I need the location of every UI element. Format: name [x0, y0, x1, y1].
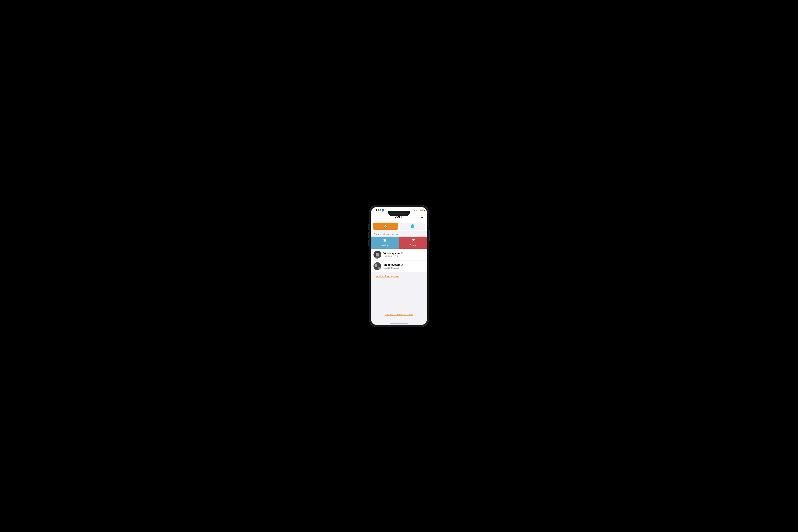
add-plus-icon: +: [374, 275, 375, 278]
tab-remote[interactable]: 🌐: [400, 223, 425, 230]
time-display: 11:02: [374, 209, 381, 212]
phone-screen: 11:02 ✓ ▲▲▲ Log in ⚙ 🏠 🌐: [370, 207, 428, 325]
demo-server-link[interactable]: Connect to the demo server: [385, 313, 413, 316]
tab-local[interactable]: 🏠: [373, 223, 398, 230]
status-icons: ▲▲▲: [413, 209, 424, 211]
front-camera: [393, 213, 395, 214]
earpiece: [397, 213, 405, 214]
gear-icon: ⚙: [420, 214, 424, 219]
add-video-system-button[interactable]: + Add a video system: [370, 272, 428, 280]
home-bar: [390, 323, 408, 324]
modify-label: Modify: [381, 244, 388, 247]
system-info-vs3: Video system 3 192.168.100.60: [383, 263, 424, 269]
tab-bar: 🏠 🌐: [370, 221, 428, 231]
settings-button[interactable]: ⚙: [420, 214, 424, 219]
battery-icon: [420, 209, 424, 211]
system-info-vs2: Video system 2 192.168.100.112: [383, 252, 424, 258]
system-ip-vs2: 192.168.100.112: [383, 255, 424, 258]
status-time-area: 11:02 ✓: [374, 209, 384, 212]
delete-icon: [412, 239, 415, 243]
system-item-vs2[interactable]: Video system 2 192.168.100.112: [370, 249, 428, 261]
home-tab-icon: 🏠: [384, 224, 387, 228]
delete-label: Delete: [410, 244, 417, 247]
battery-fill: [420, 210, 423, 211]
tick-badge: ✓: [382, 209, 384, 212]
wifi-icon: ▲▲▲: [413, 209, 419, 211]
system-name-vs3: Video system 3: [383, 263, 424, 266]
video-systems-list: Video system 2 192.168.100.112 Video sys…: [370, 249, 428, 272]
globe-tab-icon: 🌐: [411, 224, 414, 228]
system-avatar-vs2: [374, 251, 381, 259]
system-name-vs2: Video system 2: [383, 252, 424, 255]
notch: [388, 211, 410, 216]
system-avatar-vs3: [374, 262, 381, 270]
system-ip-vs3: 192.168.100.60: [383, 267, 424, 269]
add-system-label: Add a video system: [376, 275, 399, 278]
demo-link-container: Connect to the demo server: [370, 280, 428, 321]
modify-icon: [383, 239, 386, 243]
modify-button[interactable]: Modify: [370, 236, 399, 249]
section-label: Eocortex video systems: [370, 231, 428, 236]
swipe-action-bar: Modify Delete: [370, 236, 428, 249]
delete-button[interactable]: Delete: [399, 236, 428, 249]
system-item-vs3[interactable]: Video system 3 192.168.100.60: [370, 261, 428, 272]
home-indicator: [370, 321, 428, 325]
phone-device: 11:02 ✓ ▲▲▲ Log in ⚙ 🏠 🌐: [369, 205, 429, 327]
